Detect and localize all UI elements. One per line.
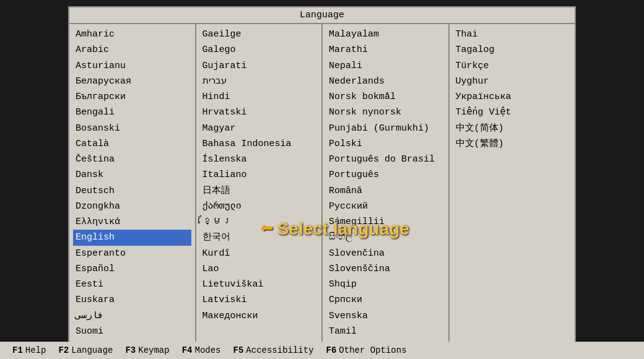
lang-item[interactable]: Bosanski — [73, 121, 191, 136]
lang-item[interactable]: Suomi — [73, 324, 191, 339]
lang-item[interactable]: 中文(繁體) — [453, 136, 572, 152]
lang-item[interactable]: Беларуская — [73, 74, 191, 89]
lang-item[interactable]: Polski — [326, 136, 445, 152]
fn-key: F2 — [58, 345, 69, 355]
lang-item[interactable]: Norsk bokmål — [326, 89, 445, 105]
lang-item[interactable]: Thai — [453, 27, 572, 42]
lang-item[interactable]: Nepali — [326, 58, 445, 74]
lang-item[interactable]: Tagalog — [453, 42, 572, 58]
columns-container: AmharicArabicAsturianuБеларускаяБългарск… — [69, 24, 575, 357]
fn-item-f6[interactable]: F6 Other Options — [326, 345, 407, 355]
dialog-box: Language AmharicArabicAsturianuБеларуска… — [68, 6, 576, 358]
dialog-title: Language — [69, 7, 575, 24]
lang-item[interactable]: Čeština — [73, 152, 191, 167]
lang-item[interactable]: Ελληνικά — [73, 214, 191, 230]
lang-item[interactable]: Dansk — [73, 167, 191, 183]
lang-item[interactable]: Kurdî — [200, 246, 318, 261]
lang-item[interactable]: Bahasa Indonesia — [200, 136, 318, 152]
arrow-icon: ⬅ — [260, 215, 274, 243]
lang-item[interactable]: Nederlands — [326, 74, 445, 89]
fn-label: Other Options — [339, 345, 406, 355]
function-bar: F1 HelpF2 LanguageF3 KeymapF4 ModesF5 Ac… — [0, 342, 644, 359]
lang-item[interactable]: Shqip — [326, 277, 445, 292]
screen-container: Language AmharicArabicAsturianuБеларуска… — [0, 0, 644, 359]
fn-item-f5[interactable]: F5 Accessibility — [233, 345, 314, 355]
lang-item[interactable]: Lao — [200, 261, 318, 277]
lang-item[interactable]: Deutsch — [73, 183, 191, 199]
fn-key: F1 — [12, 345, 23, 355]
lang-item[interactable]: Tamil — [326, 324, 445, 339]
lang-item[interactable]: Українська — [453, 89, 572, 105]
lang-item[interactable]: Íslenska — [200, 152, 318, 167]
fn-item-f1[interactable]: F1 Help — [12, 345, 46, 355]
lang-item[interactable]: 中文(简体) — [453, 121, 572, 136]
fn-key: F4 — [182, 345, 193, 355]
lang-item[interactable]: Eesti — [73, 277, 191, 292]
lang-item[interactable]: Türkçe — [453, 58, 572, 74]
fn-item-f4[interactable]: F4 Modes — [182, 345, 221, 355]
lang-item[interactable]: Español — [73, 261, 191, 277]
lang-item[interactable]: Euskara — [73, 292, 191, 308]
lang-column-3: MalayalamMarathiNepaliNederlandsNorsk bo… — [323, 24, 450, 357]
lang-item[interactable]: Gaeilge — [200, 27, 318, 42]
fn-label: Help — [25, 345, 46, 355]
lang-item[interactable]: Slovenčina — [326, 246, 445, 261]
lang-item[interactable]: Română — [326, 183, 445, 199]
lang-item[interactable]: Marathi — [326, 42, 445, 58]
lang-item[interactable]: Slovenščina — [326, 261, 445, 277]
lang-item[interactable]: English — [73, 230, 191, 245]
fn-label: Accessibility — [246, 345, 313, 355]
lang-item[interactable]: Tiếng Việt — [453, 105, 572, 120]
lang-item[interactable]: Norsk nynorsk — [326, 105, 445, 120]
lang-column-2: GaeilgeGalegoGujaratiעבריתHindiHrvatskiM… — [196, 24, 323, 357]
lang-item[interactable]: Galego — [200, 42, 318, 58]
fn-item-f3[interactable]: F3 Keymap — [125, 345, 169, 355]
lang-item[interactable]: Català — [73, 136, 191, 152]
fn-key: F6 — [326, 345, 337, 355]
fn-key: F3 — [125, 345, 136, 355]
fn-item-f2[interactable]: F2 Language — [58, 345, 113, 355]
lang-item[interactable]: Magyar — [200, 121, 318, 136]
lang-item[interactable]: Svenska — [326, 308, 445, 324]
lang-item[interactable]: Arabic — [73, 42, 191, 58]
lang-item[interactable]: 日本語 — [200, 183, 318, 199]
lang-item[interactable]: Asturianu — [73, 58, 191, 74]
lang-item[interactable]: Português — [326, 167, 445, 183]
fn-label: Modes — [195, 345, 221, 355]
lang-item[interactable]: Italiano — [200, 167, 318, 183]
fn-label: Language — [71, 345, 113, 355]
lang-item[interactable]: Hindi — [200, 89, 318, 105]
lang-item[interactable]: Bengali — [73, 105, 191, 120]
lang-item[interactable]: Български — [73, 89, 191, 105]
lang-item[interactable]: Македонски — [200, 308, 318, 324]
lang-item[interactable]: עברית — [200, 74, 318, 89]
lang-item[interactable]: Punjabi (Gurmukhi) — [326, 121, 445, 136]
lang-item[interactable]: Lietuviškai — [200, 277, 318, 292]
lang-item[interactable]: Português do Brasil — [326, 152, 445, 167]
annotation-wrapper: ⬅ Select language — [260, 215, 409, 243]
lang-column-4: ThaiTagalogTürkçeUyghurУкраїнськаTiếng V… — [450, 24, 575, 357]
lang-item[interactable]: Malayalam — [326, 27, 445, 42]
lang-item[interactable]: ქართული — [200, 199, 318, 214]
lang-item[interactable]: Dzongkha — [73, 199, 191, 214]
lang-column-1: AmharicArabicAsturianuБеларускаяБългарск… — [69, 24, 196, 357]
main-area: Language AmharicArabicAsturianuБеларуска… — [68, 6, 576, 358]
select-language-label: Select language — [277, 219, 409, 239]
lang-item[interactable]: Amharic — [73, 27, 191, 42]
lang-item[interactable]: Hrvatski — [200, 105, 318, 120]
lang-item[interactable]: Српски — [326, 292, 445, 308]
fn-label: Keymap — [138, 345, 169, 355]
lang-item[interactable]: Русский — [326, 199, 445, 214]
lang-item[interactable]: Esperanto — [73, 246, 191, 261]
lang-item[interactable]: Gujarati — [200, 58, 318, 74]
fn-key: F5 — [233, 345, 244, 355]
lang-item[interactable]: Latviski — [200, 292, 318, 308]
lang-item[interactable]: Uyghur — [453, 74, 572, 89]
lang-item[interactable]: فارسی — [73, 308, 191, 324]
